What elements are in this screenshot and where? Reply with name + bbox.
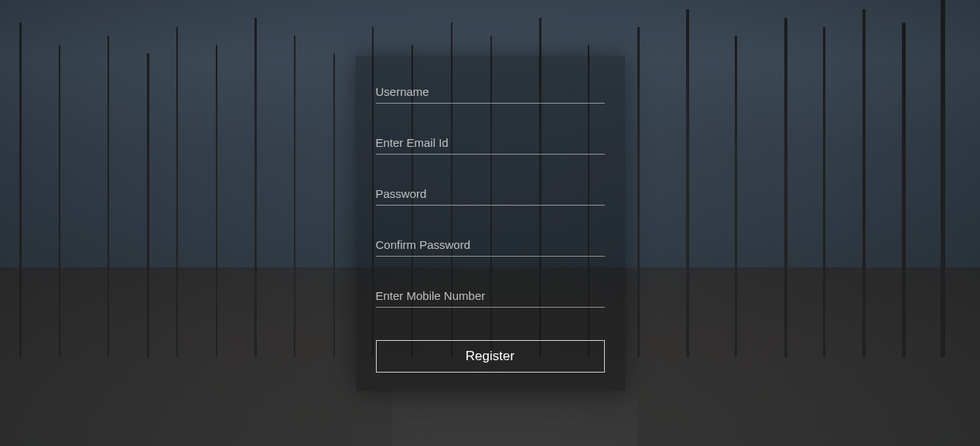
mobile-field-wrapper [376,284,605,308]
mobile-input[interactable] [376,284,605,308]
email-input[interactable] [376,131,605,155]
username-field-wrapper [376,80,605,104]
email-field-wrapper [376,131,605,155]
register-button[interactable]: Register [376,340,605,373]
password-input[interactable] [376,182,605,206]
confirm-password-field-wrapper [376,233,605,257]
username-input[interactable] [376,80,605,104]
confirm-password-input[interactable] [376,233,605,257]
password-field-wrapper [376,182,605,206]
register-form-card: Register [356,56,625,391]
